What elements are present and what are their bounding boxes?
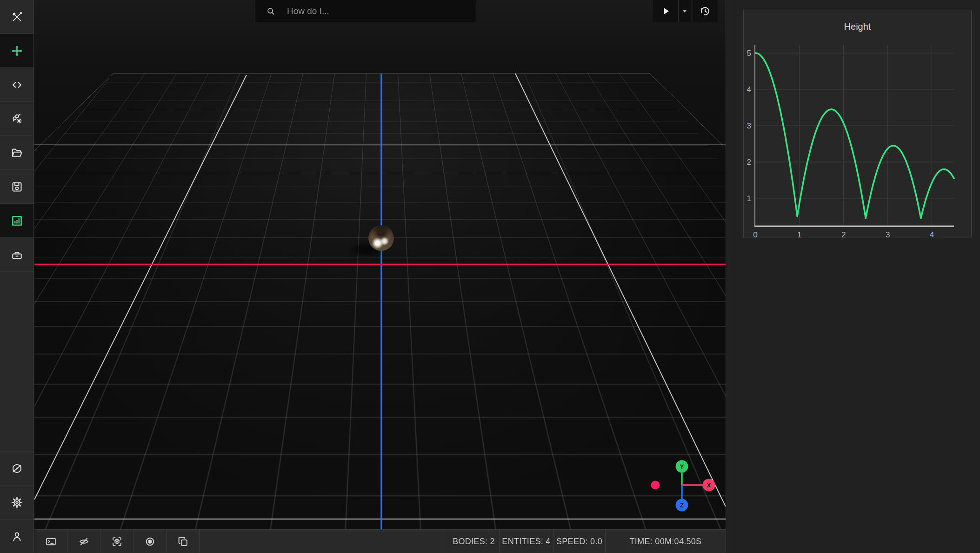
- svg-text:3: 3: [886, 230, 890, 238]
- reset-button[interactable]: [693, 0, 718, 22]
- account-icon: [11, 530, 23, 543]
- status-bodies-text: BODIES: 2: [453, 537, 495, 546]
- status-time: TIME: 00M:04.50S: [605, 530, 726, 553]
- sidebar-item-account[interactable]: [0, 519, 33, 553]
- tools-icon: [11, 11, 23, 23]
- bug-gear-icon: [11, 113, 23, 125]
- svg-text:3: 3: [747, 121, 751, 130]
- terminal-icon: [45, 536, 57, 547]
- status-entities-text: ENTITIES: 4: [502, 537, 550, 546]
- sidebar-item-tools[interactable]: [0, 0, 33, 34]
- duplicate-button[interactable]: [167, 530, 200, 553]
- console-button[interactable]: [34, 530, 67, 553]
- record-icon: [144, 536, 156, 547]
- history-reset-icon: [700, 6, 711, 17]
- move-icon: [11, 45, 23, 57]
- sidebar-item-code[interactable]: [0, 68, 33, 102]
- play-options-button[interactable]: [679, 0, 691, 22]
- grid-major-diagonal-right: [515, 74, 726, 506]
- dropdown-caret-icon: [679, 6, 690, 17]
- status-time-text: TIME: 00M:04.50S: [630, 537, 702, 546]
- svg-text:X: X: [707, 482, 711, 489]
- svg-text:4: 4: [930, 230, 934, 238]
- plots-panel: Height 0123412345: [726, 0, 980, 553]
- svg-text:1: 1: [747, 194, 751, 203]
- scene-lines: [34, 0, 726, 529]
- chart-icon: [11, 215, 23, 227]
- height-chart-card: Height 0123412345: [743, 10, 972, 237]
- svg-text:4: 4: [747, 85, 751, 94]
- left-toolbar: [0, 0, 34, 553]
- viewport-canvas[interactable]: Y X Z: [34, 0, 726, 529]
- orientation-gizmo: Y X Z: [644, 456, 726, 514]
- status-speed-text: SPEED: 0.0: [556, 537, 602, 546]
- folder-icon: [11, 147, 23, 159]
- grid-left-edge: [34, 74, 113, 151]
- frame-object-button[interactable]: [100, 530, 133, 553]
- play-icon: [660, 6, 671, 17]
- status-entities: ENTITIES: 4: [499, 530, 553, 553]
- focus-cube-icon: [111, 536, 123, 547]
- grid-major-diagonal-left: [34, 75, 247, 499]
- grid-right-edge: [650, 74, 726, 148]
- copy-icon: [177, 536, 189, 547]
- bottom-bar-spacer: [200, 530, 448, 553]
- gizmo-axis-negative-x[interactable]: [651, 481, 660, 490]
- sidebar-item-save[interactable]: [0, 170, 33, 204]
- sidebar-item-behavior[interactable]: [0, 102, 33, 136]
- search-input[interactable]: [286, 6, 463, 17]
- record-button[interactable]: [133, 530, 167, 553]
- bottom-toolbar: BODIES: 2 ENTITIES: 4 SPEED: 0.0 TIME: 0…: [34, 529, 726, 553]
- save-icon: [11, 181, 23, 193]
- svg-text:2: 2: [747, 158, 751, 167]
- sidebar-item-open[interactable]: [0, 136, 33, 170]
- svg-text:1: 1: [797, 230, 801, 238]
- metal-sphere[interactable]: [368, 225, 394, 251]
- simulation-controls: [653, 0, 718, 22]
- play-button[interactable]: [653, 0, 679, 22]
- settings-gear-icon: [11, 496, 23, 509]
- svg-text:Z: Z: [680, 502, 684, 509]
- gizmo-axis-y[interactable]: Y: [676, 460, 688, 473]
- svg-text:2: 2: [841, 230, 846, 238]
- search-icon: [266, 6, 276, 16]
- sidebar-item-toolbox[interactable]: [0, 238, 33, 272]
- orbit-icon: [11, 462, 23, 475]
- sidebar-item-plots[interactable]: [0, 204, 33, 238]
- gizmo-axis-x[interactable]: X: [703, 479, 715, 492]
- svg-text:0: 0: [753, 230, 757, 238]
- sidebar-item-settings[interactable]: [0, 485, 33, 519]
- sidebar-bottom-group: [0, 451, 33, 553]
- help-search-bar: [255, 0, 476, 22]
- status-speed: SPEED: 0.0: [553, 530, 605, 553]
- viewport: Y X Z: [34, 0, 726, 553]
- code-icon: [11, 79, 23, 91]
- toolbox-icon: [11, 249, 23, 261]
- height-chart: 0123412345: [744, 10, 972, 238]
- svg-text:Y: Y: [680, 463, 684, 470]
- eye-off-icon: [78, 536, 90, 547]
- sidebar-item-move[interactable]: [0, 34, 33, 68]
- status-bodies: BODIES: 2: [448, 530, 499, 553]
- hide-button[interactable]: [67, 530, 100, 553]
- svg-text:5: 5: [747, 49, 751, 58]
- gizmo-axis-z[interactable]: Z: [676, 499, 688, 512]
- sidebar-item-orbit[interactable]: [0, 451, 33, 485]
